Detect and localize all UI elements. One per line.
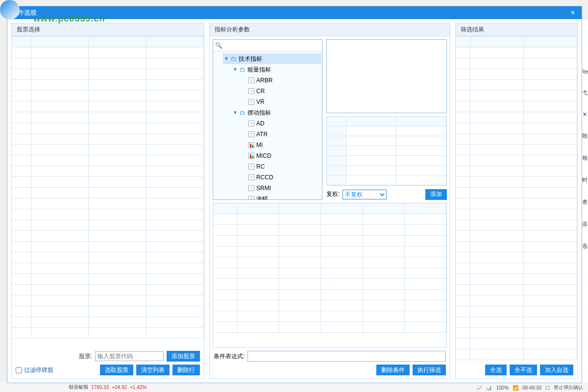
- stock-grid[interactable]: [12, 36, 204, 348]
- tree-item[interactable]: ≡ATR: [241, 129, 321, 140]
- close-icon[interactable]: ×: [568, 9, 578, 17]
- panel-title: 股票选择: [12, 24, 204, 36]
- tree-item[interactable]: ≡CR: [241, 86, 321, 97]
- delete-row-button[interactable]: 删除行: [172, 365, 200, 375]
- bar-icon: [248, 153, 254, 159]
- tree-item[interactable]: ≡SRMI: [241, 183, 321, 194]
- stock-code-input[interactable]: [95, 351, 164, 361]
- add-stock-button[interactable]: 添加股票: [167, 351, 200, 362]
- watermark-text: www.pc0359.cn: [33, 14, 105, 24]
- pick-stock-button[interactable]: 选取股票: [100, 365, 133, 375]
- delete-condition-button[interactable]: 删除条件: [376, 365, 410, 375]
- tree-search[interactable]: 🔍: [213, 40, 322, 51]
- tree-item[interactable]: ≡VR: [241, 97, 321, 107]
- conditions-grid[interactable]: [213, 203, 447, 348]
- indicator-tree[interactable]: ▼ 🗀 技术指标 ▼ 🗀: [213, 51, 322, 199]
- fuquan-select[interactable]: 不复权: [343, 190, 387, 199]
- tree-item[interactable]: MI: [241, 140, 321, 150]
- folder-icon: 🗀: [231, 54, 237, 64]
- expression-label: 条件表达式:: [214, 352, 245, 361]
- fuquan-label: 复权:: [326, 190, 340, 198]
- folder-icon: 🗀: [240, 65, 245, 74]
- filter-suspended-checkbox[interactable]: 过滤停牌股: [16, 366, 53, 374]
- search-icon: 🔍: [215, 42, 222, 49]
- execute-filter-button[interactable]: 执行筛选: [413, 365, 446, 375]
- select-none-button[interactable]: 全不选: [510, 365, 537, 375]
- doc-icon: ≡: [248, 77, 254, 83]
- indicator-tree-wrap: 🔍 ▼ 🗀 技术指标: [213, 39, 322, 200]
- tree-group[interactable]: ▼ 🗀 能量指标: [232, 64, 321, 75]
- select-all-button[interactable]: 全选: [485, 365, 507, 375]
- tree-group[interactable]: ▼ 🗀 摆动指标: [232, 107, 321, 118]
- background-right-strip: Re 弋 ✕ 朗 相 时 查 添 迅: [581, 20, 588, 382]
- tree-search-input[interactable]: [224, 41, 320, 50]
- results-grid[interactable]: [456, 36, 577, 362]
- tree-item[interactable]: ≡涨幅: [241, 194, 321, 199]
- stock-label: 股票:: [79, 352, 92, 361]
- tree-item[interactable]: ≡RCCD: [241, 172, 321, 183]
- parameter-grid[interactable]: [326, 116, 447, 186]
- tree-item[interactable]: ≡RC: [241, 161, 321, 172]
- doc-icon: ≡: [248, 99, 254, 105]
- doc-icon: ≡: [248, 164, 254, 170]
- doc-icon: ≡: [248, 131, 254, 137]
- doc-icon: ≡: [248, 121, 254, 126]
- indicator-preview: [326, 39, 447, 113]
- chevron-down-icon: ▼: [233, 108, 238, 118]
- bar-icon: [248, 142, 254, 148]
- tree-item[interactable]: ≡ARBR: [241, 75, 321, 86]
- stock-select-panel: 股票选择: [11, 23, 204, 379]
- add-favorite-button[interactable]: 加入自选: [540, 365, 573, 375]
- indicator-params-panel: 指标分析参数 🔍 ▼ 🗀: [209, 23, 450, 379]
- doc-icon: ≡: [248, 185, 254, 191]
- panel-title: 指标分析参数: [210, 24, 450, 36]
- tree-item[interactable]: ≡AD: [241, 118, 321, 129]
- add-indicator-button[interactable]: 添加: [425, 189, 447, 200]
- doc-icon: ≡: [248, 88, 254, 94]
- dialog-window: 条件选股 × 股票选择: [7, 6, 582, 383]
- chevron-down-icon: ▼: [224, 54, 229, 64]
- doc-icon: ≡: [248, 174, 254, 180]
- tree-root[interactable]: ▼ 🗀 技术指标: [223, 53, 321, 64]
- logo-icon: [0, 0, 20, 20]
- background-status-right: 📈📊 100% 📶 08:49:30 ☐ 禁止弹出确认: [476, 384, 583, 391]
- filter-results-panel: 筛选结果: [455, 23, 578, 379]
- clear-list-button[interactable]: 清空列表: [136, 365, 170, 375]
- doc-icon: ≡: [248, 196, 254, 199]
- expression-input[interactable]: [247, 351, 446, 362]
- folder-icon: 🗀: [240, 108, 245, 118]
- chevron-down-icon: ▼: [233, 65, 238, 74]
- panel-title: 筛选结果: [456, 24, 577, 36]
- tree-item[interactable]: MICD: [241, 150, 321, 161]
